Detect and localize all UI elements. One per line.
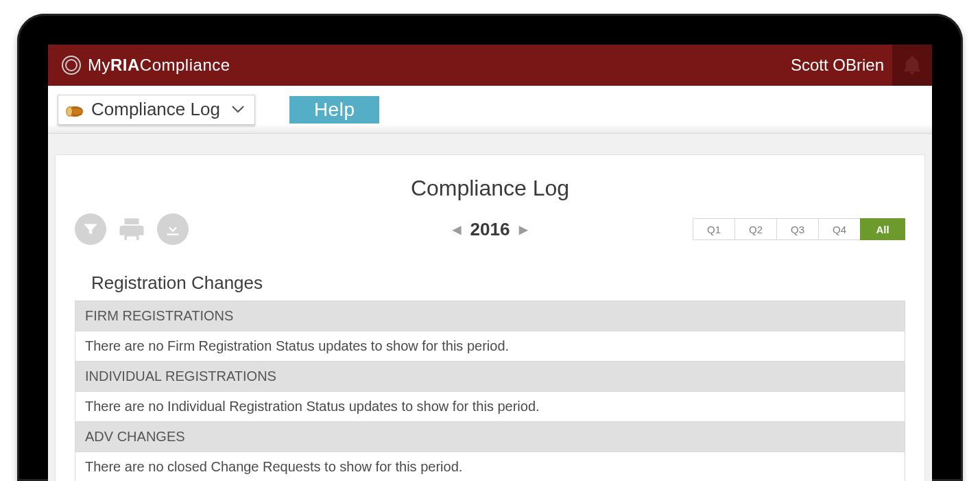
quarter-q3[interactable]: Q3 — [776, 218, 819, 240]
svg-point-1 — [67, 106, 73, 116]
year-value: 2016 — [470, 219, 510, 240]
individual-registrations-header: INDIVIDUAL REGISTRATIONS — [75, 362, 905, 392]
brand-bold: RIA — [110, 56, 140, 74]
firm-registrations-header: FIRM REGISTRATIONS — [75, 301, 905, 331]
chevron-down-icon — [231, 102, 245, 117]
app-screen: MyRIACompliance Scott OBrien Compliance … — [48, 45, 932, 481]
bell-icon — [901, 54, 923, 76]
device-bezel: MyRIACompliance Scott OBrien Compliance … — [17, 14, 963, 481]
adv-changes-empty: There are no closed Change Requests to s… — [75, 452, 905, 481]
brand-logo[interactable]: MyRIACompliance — [62, 56, 230, 75]
nav-row: Compliance Log Help — [48, 86, 932, 134]
section-heading: Registration Changes — [91, 272, 905, 294]
brand-prefix: My — [88, 56, 110, 74]
page-title: Compliance Log — [75, 176, 905, 201]
registration-changes-table: FIRM REGISTRATIONS There are no Firm Reg… — [75, 301, 905, 481]
help-button[interactable]: Help — [289, 96, 380, 124]
content-card: Compliance Log ◀ 2016 ▶ — [55, 154, 925, 481]
quarter-q1[interactable]: Q1 — [693, 218, 735, 240]
individual-registrations-empty: There are no Individual Registration Sta… — [75, 392, 905, 422]
filter-icon — [82, 220, 99, 238]
quarter-q4[interactable]: Q4 — [818, 218, 861, 240]
log-icon — [65, 102, 84, 117]
controls-row: ◀ 2016 ▶ Q1 Q2 Q3 Q4 All — [75, 213, 905, 245]
year-next-button[interactable]: ▶ — [519, 223, 527, 236]
adv-changes-header: ADV CHANGES — [75, 422, 905, 452]
brand-text: MyRIACompliance — [88, 56, 230, 75]
firm-registrations-empty: There are no Firm Registration Status up… — [75, 331, 905, 362]
download-icon — [164, 220, 182, 238]
content-wrap: Compliance Log ◀ 2016 ▶ — [48, 134, 932, 481]
quarter-q2[interactable]: Q2 — [734, 218, 777, 240]
quarter-all[interactable]: All — [860, 218, 905, 240]
print-button[interactable] — [115, 213, 149, 245]
toolbar-icons — [75, 213, 189, 245]
year-navigator: ◀ 2016 ▶ — [453, 219, 528, 240]
brand-suffix: Compliance — [140, 56, 230, 74]
dropdown-label: Compliance Log — [91, 99, 220, 120]
download-button[interactable] — [157, 213, 189, 245]
printer-icon — [117, 215, 146, 244]
top-header: MyRIACompliance Scott OBrien — [48, 45, 932, 86]
year-prev-button[interactable]: ◀ — [453, 223, 461, 236]
help-label: Help — [314, 99, 355, 121]
brand-icon — [62, 56, 81, 75]
quarter-selector: Q1 Q2 Q3 Q4 All — [693, 218, 905, 240]
compliance-log-dropdown[interactable]: Compliance Log — [58, 95, 255, 125]
notifications-button[interactable] — [892, 45, 932, 86]
filter-button[interactable] — [75, 213, 106, 245]
